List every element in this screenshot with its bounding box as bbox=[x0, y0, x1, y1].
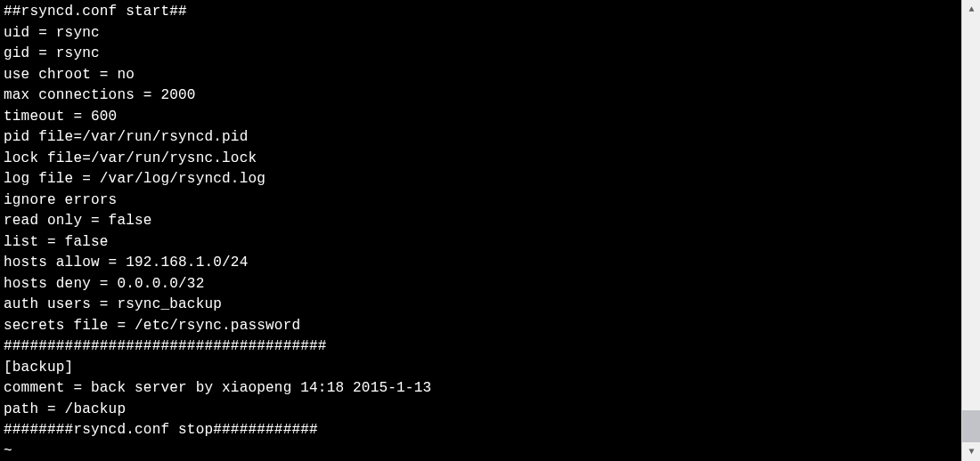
scroll-up-button[interactable]: ▲ bbox=[962, 0, 980, 19]
chevron-down-icon: ▼ bbox=[968, 447, 974, 457]
chevron-up-icon: ▲ bbox=[968, 4, 974, 14]
scroll-down-button[interactable]: ▼ bbox=[962, 442, 980, 461]
scrollbar-thumb[interactable] bbox=[962, 410, 980, 442]
terminal-content[interactable]: ##rsyncd.conf start## uid = rsync gid = … bbox=[0, 0, 961, 461]
scrollbar-track[interactable] bbox=[962, 19, 980, 442]
vertical-scrollbar[interactable]: ▲ ▼ bbox=[961, 0, 980, 461]
